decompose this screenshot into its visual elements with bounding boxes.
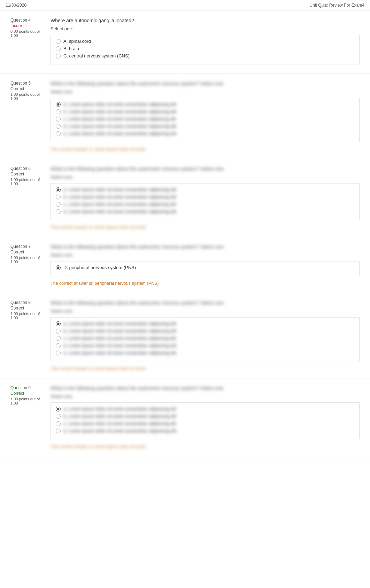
option-row[interactable]: d. Lorem ipsum dolor sit amet consectetu… — [56, 209, 354, 214]
option-text: c. Lorem ipsum dolor sit amet consectetu… — [63, 116, 176, 121]
page-content: Question 4Incorrect0.00 points out of 1.… — [0, 11, 370, 456]
radio-button[interactable] — [56, 321, 61, 326]
radio-button[interactable] — [56, 351, 61, 355]
question-sidebar-q4: Question 4Incorrect0.00 points out of 1.… — [0, 18, 51, 66]
question-sidebar-q7: Question 7Correct1.00 points out of 1.00 — [0, 244, 51, 286]
option-row[interactable]: a. Lorem ipsum dolor sit amet consectetu… — [56, 321, 354, 326]
question-block-q8: Question 8Correct1.00 points out of 1.00… — [0, 293, 370, 378]
question-text: What is the following question about the… — [51, 300, 360, 306]
option-text: d. Lorem ipsum dolor sit amet consectetu… — [63, 343, 176, 348]
option-text: D. peripheral nervous system (PNS) — [63, 265, 136, 270]
radio-button[interactable] — [56, 343, 61, 348]
correct-answer-label: The correct answer is: lorem ipsum dolor… — [51, 366, 360, 371]
radio-button[interactable] — [56, 109, 61, 114]
question-points: 1.00 points out of 1.00 — [10, 312, 45, 320]
radio-button[interactable] — [56, 54, 61, 58]
option-row[interactable]: B. brain — [56, 46, 354, 51]
question-label: Question 8 — [10, 300, 45, 305]
option-text: a. Lorem ipsum dolor sit amet consectetu… — [63, 321, 176, 326]
option-text: d. Lorem ipsum dolor sit amet consectetu… — [63, 428, 176, 433]
radio-button[interactable] — [56, 265, 61, 270]
date-label: 11/30/2020 — [6, 3, 26, 8]
answer-box: D. peripheral nervous system (PNS) — [51, 261, 360, 276]
question-block-q6: Question 6Correct1.00 points out of 1.00… — [0, 159, 370, 237]
option-row[interactable]: e. Lorem ipsum dolor sit amet consectetu… — [56, 131, 354, 136]
question-sidebar-q6: Question 6Correct1.00 points out of 1.00 — [0, 166, 51, 230]
radio-button[interactable] — [56, 131, 61, 136]
option-row[interactable]: c. Lorem ipsum dolor sit amet consectetu… — [56, 202, 354, 207]
radio-button[interactable] — [56, 414, 61, 419]
question-main-q9: What is the following question about the… — [51, 385, 370, 449]
radio-button[interactable] — [56, 429, 61, 433]
option-row[interactable]: c. Lorem ipsum dolor sit amet consectetu… — [56, 336, 354, 341]
question-points: 1.00 points out of 1.00 — [10, 397, 45, 405]
radio-button[interactable] — [56, 209, 61, 214]
question-text: What is the following question about the… — [51, 244, 360, 250]
radio-button[interactable] — [56, 336, 61, 341]
question-status: Correct — [10, 306, 45, 311]
option-row[interactable]: d. Lorem ipsum dolor sit amet consectetu… — [56, 343, 354, 348]
question-sidebar-q5: Question 5Correct1.00 points out of 1.00 — [0, 81, 51, 152]
question-sidebar-q8: Question 8Correct1.00 points out of 1.00 — [0, 300, 51, 371]
question-block-q7: Question 7Correct1.00 points out of 1.00… — [0, 237, 370, 293]
option-row[interactable]: c. Lorem ipsum dolor sit amet consectetu… — [56, 116, 354, 121]
radio-button[interactable] — [56, 421, 61, 426]
radio-button[interactable] — [56, 407, 61, 411]
radio-button[interactable] — [56, 187, 61, 192]
option-row[interactable]: b. Lorem ipsum dolor sit amet consectetu… — [56, 414, 354, 419]
question-main-q8: What is the following question about the… — [51, 300, 370, 371]
option-text: b. Lorem ipsum dolor sit amet consectetu… — [63, 109, 176, 114]
select-label: Select one: — [51, 308, 360, 314]
option-text: d. Lorem ipsum dolor sit amet consectetu… — [63, 124, 176, 129]
question-status: Correct — [10, 250, 45, 254]
question-label: Question 9 — [10, 385, 45, 390]
option-row[interactable]: D. peripheral nervous system (PNS) — [56, 265, 354, 270]
option-row[interactable]: d. Lorem ipsum dolor sit amet consectetu… — [56, 124, 354, 129]
option-text: a. Lorem ipsum dolor sit amet consectetu… — [63, 102, 176, 107]
option-row[interactable]: c. Lorem ipsum dolor sit amet consectetu… — [56, 421, 354, 426]
option-text: C. central nervous system (CNS) — [63, 53, 130, 58]
question-points: 1.00 points out of 1.00 — [10, 256, 45, 264]
question-status: Incorrect — [10, 23, 45, 28]
question-status: Correct — [10, 391, 45, 396]
select-label: Select one: — [51, 89, 360, 94]
radio-button[interactable] — [56, 329, 61, 334]
answer-box: a. Lorem ipsum dolor sit amet consectetu… — [51, 402, 360, 439]
radio-button[interactable] — [56, 102, 61, 107]
question-label: Question 4 — [10, 18, 45, 23]
answer-box: a. Lorem ipsum dolor sit amet consectetu… — [51, 183, 360, 220]
radio-button[interactable] — [56, 195, 61, 199]
question-sidebar-q9: Question 9Correct1.00 points out of 1.00 — [0, 385, 51, 449]
option-row[interactable]: a. Lorem ipsum dolor sit amet consectetu… — [56, 406, 354, 411]
answer-box: a. Lorem ipsum dolor sit amet consectetu… — [51, 317, 360, 361]
radio-button[interactable] — [56, 202, 61, 207]
radio-button[interactable] — [56, 46, 61, 51]
question-block-q9: Question 9Correct1.00 points out of 1.00… — [0, 378, 370, 456]
option-row[interactable]: d. Lorem ipsum dolor sit amet consectetu… — [56, 428, 354, 433]
radio-button[interactable] — [56, 117, 61, 121]
question-text: What is the following question about the… — [51, 81, 360, 86]
option-row[interactable]: A. spinal cord — [56, 39, 354, 44]
option-text: b. Lorem ipsum dolor sit amet consectetu… — [63, 414, 176, 419]
option-row[interactable]: e. Lorem ipsum dolor sit amet consectetu… — [56, 350, 354, 355]
option-row[interactable]: C. central nervous system (CNS) — [56, 53, 354, 58]
option-row[interactable]: a. Lorem ipsum dolor sit amet consectetu… — [56, 187, 354, 192]
radio-button[interactable] — [56, 39, 61, 44]
question-main-q4: Where are autonomic ganglia located?Sele… — [51, 18, 370, 66]
question-main-q6: What is the following question about the… — [51, 166, 370, 230]
option-row[interactable]: a. Lorem ipsum dolor sit amet consectetu… — [56, 102, 354, 107]
question-points: 0.00 points out of 1.00 — [10, 29, 45, 38]
option-text: B. brain — [63, 46, 79, 51]
option-row[interactable]: b. Lorem ipsum dolor sit amet consectetu… — [56, 328, 354, 334]
question-points: 1.00 points out of 1.00 — [10, 178, 45, 186]
question-status: Correct — [10, 172, 45, 177]
question-main-q5: What is the following question about the… — [51, 81, 370, 152]
option-text: c. Lorem ipsum dolor sit amet consectetu… — [63, 202, 176, 207]
question-text: What is the following question about the… — [51, 166, 360, 172]
option-row[interactable]: b. Lorem ipsum dolor sit amet consectetu… — [56, 109, 354, 114]
option-row[interactable]: b. Lorem ipsum dolor sit amet consectetu… — [56, 194, 354, 199]
question-label: Question 7 — [10, 244, 45, 249]
option-text: c. Lorem ipsum dolor sit amet consectetu… — [63, 421, 176, 426]
question-block-q5: Question 5Correct1.00 points out of 1.00… — [0, 74, 370, 159]
radio-button[interactable] — [56, 124, 61, 129]
